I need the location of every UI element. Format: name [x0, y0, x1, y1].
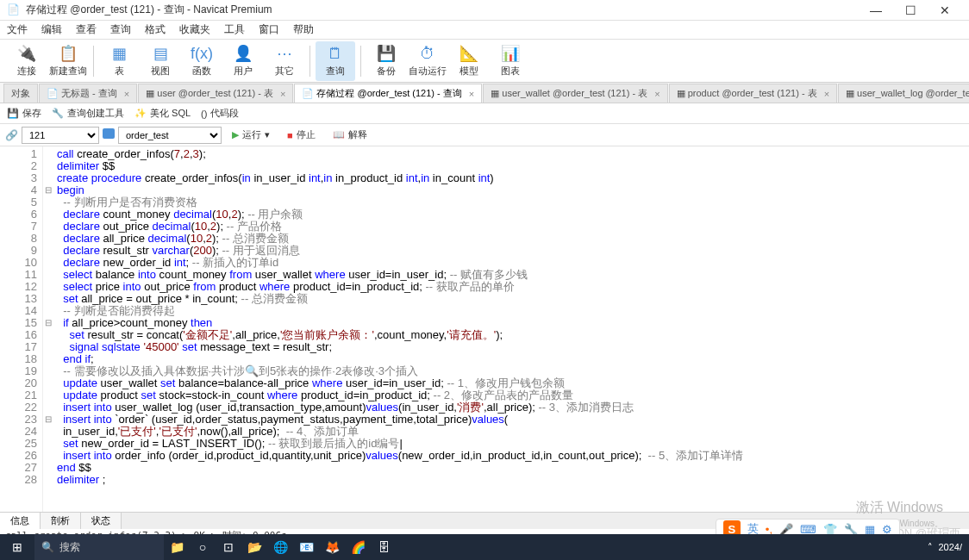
taskbar-app-1[interactable]: 📁 — [164, 534, 190, 560]
system-tray[interactable]: ˄ 2024/ — [921, 542, 969, 553]
toolbar-模型[interactable]: 📐模型 — [449, 41, 489, 81]
window-title: 存储过程 @order_test (121) - 查询 - Navicat Pr… — [26, 3, 859, 17]
menu-edit[interactable]: 编辑 — [41, 22, 62, 37]
line-gutter: 1234567891011121314151617181920212223242… — [0, 146, 43, 512]
connection-icon: 🔗 — [5, 129, 18, 141]
toolbar-表[interactable]: ▦表 — [99, 41, 139, 81]
explain-button[interactable]: 📖 解释 — [326, 127, 374, 144]
app-icon: 📄 — [7, 3, 21, 17]
sub-toolbar: 💾 保存 🔧 查询创建工具 ✨ 美化 SQL () 代码段 — [0, 103, 969, 124]
taskbar-chrome[interactable]: 🌈 — [345, 534, 371, 560]
document-tab[interactable]: ▦ user @order_test (121) - 表× — [138, 84, 293, 103]
close-tab-icon[interactable]: × — [124, 89, 129, 99]
close-tab-icon[interactable]: × — [469, 89, 474, 99]
minimize-button[interactable]: — — [859, 3, 893, 17]
document-tab[interactable]: ▦ product @order_test (121) - 表× — [669, 84, 837, 103]
taskbar-firefox[interactable]: 🦊 — [319, 534, 345, 560]
windows-taskbar[interactable]: ⊞ 🔍 搜索 📁 ○ ⊡ 📂 🌐 📧 🦊 🌈 🗄 ˄ 2024/ — [0, 534, 969, 560]
toolbar-连接[interactable]: 🔌连接 — [7, 41, 47, 81]
toolbar-备份[interactable]: 💾备份 — [366, 41, 406, 81]
tray-up-icon[interactable]: ˄ — [928, 542, 933, 553]
toolbar-函数[interactable]: f(x)函数 — [182, 41, 222, 81]
database-select[interactable]: order_test — [118, 127, 222, 144]
toolbar-新建查询[interactable]: 📋新建查询 — [48, 41, 88, 81]
taskbar-search[interactable]: 🔍 搜索 — [34, 534, 164, 560]
taskbar-edge[interactable]: 🌐 — [267, 534, 293, 560]
code-area[interactable]: call create_order_infos(7,2,3);delimiter… — [53, 146, 969, 512]
menu-view[interactable]: 查看 — [76, 22, 97, 37]
close-tab-icon[interactable]: × — [654, 89, 660, 99]
toolbar-图表[interactable]: 📊图表 — [491, 41, 530, 81]
menu-format[interactable]: 格式 — [145, 22, 166, 37]
menu-window[interactable]: 窗口 — [259, 22, 279, 37]
menubar: 文件 编辑 查看 查询 格式 收藏夹 工具 窗口 帮助 — [0, 21, 969, 40]
menu-help[interactable]: 帮助 — [293, 22, 314, 37]
main-toolbar: 🔌连接📋新建查询▦表▤视图f(x)函数👤用户⋯其它🗒查询💾备份⏱自动运行📐模型📊… — [0, 40, 969, 83]
code-snippet-button[interactable]: () 代码段 — [201, 107, 239, 120]
menu-tools[interactable]: 工具 — [224, 22, 245, 37]
close-tab-icon[interactable]: × — [824, 89, 829, 99]
maximize-button[interactable]: ☐ — [893, 3, 928, 17]
toolbar-其它[interactable]: ⋯其它 — [265, 41, 304, 81]
taskbar-app-2[interactable]: 📧 — [293, 534, 319, 560]
taskbar-explorer[interactable]: 📂 — [241, 534, 267, 560]
toolbar-自动运行[interactable]: ⏱自动运行 — [408, 41, 447, 81]
toolbar-视图[interactable]: ▤视图 — [141, 41, 180, 81]
query-builder-button[interactable]: 🔧 查询创建工具 — [52, 107, 124, 120]
save-button[interactable]: 💾 保存 — [7, 107, 41, 120]
run-button[interactable]: ▶运行 ▾ — [225, 127, 277, 144]
document-tab[interactable]: 对象 — [3, 84, 38, 103]
menu-favorites[interactable]: 收藏夹 — [179, 22, 210, 37]
taskbar-navicat[interactable]: 🗄 — [371, 534, 397, 560]
menu-query[interactable]: 查询 — [110, 22, 131, 37]
output-tab-status[interactable]: 状态 — [81, 513, 122, 529]
sql-editor[interactable]: 1234567891011121314151617181920212223242… — [0, 146, 969, 512]
document-tab[interactable]: 📄 无标题 - 查询× — [39, 84, 137, 103]
close-tab-icon[interactable]: × — [280, 89, 285, 99]
document-tab[interactable]: 📄 存储过程 @order_test (121) - 查询× — [294, 84, 482, 103]
titlebar: 📄 存储过程 @order_test (121) - 查询 - Navicat … — [0, 0, 969, 21]
connection-select[interactable]: 121 — [22, 127, 99, 144]
toolbar-查询[interactable]: 🗒查询 — [316, 41, 355, 81]
database-icon — [103, 128, 115, 141]
stop-button[interactable]: ■停止 — [280, 127, 322, 144]
run-bar: 🔗 121 order_test ▶运行 ▾ ■停止 📖 解释 — [0, 124, 969, 146]
output-tab-profile[interactable]: 剖析 — [41, 513, 81, 529]
document-tab[interactable]: ▦ user_wallet @order_test (121) - 表× — [483, 84, 667, 103]
tray-time: 2024/ — [938, 542, 962, 552]
document-tabs: 对象📄 无标题 - 查询×▦ user @order_test (121) - … — [0, 83, 969, 103]
taskbar-cortana[interactable]: ○ — [190, 534, 216, 560]
taskbar-taskview[interactable]: ⊡ — [216, 534, 241, 560]
toolbar-用户[interactable]: 👤用户 — [223, 41, 263, 81]
close-button[interactable]: ✕ — [928, 3, 962, 17]
fold-gutter[interactable]: ⊟⊟⊟ — [43, 146, 53, 512]
document-tab[interactable]: ▦ user_wallet_log @order_test (1...)× — [838, 84, 969, 103]
menu-file[interactable]: 文件 — [7, 22, 28, 37]
start-button[interactable]: ⊞ — [0, 540, 34, 554]
output-tab-info[interactable]: 信息 — [0, 513, 41, 529]
beautify-sql-button[interactable]: ✨ 美化 SQL — [134, 107, 191, 120]
